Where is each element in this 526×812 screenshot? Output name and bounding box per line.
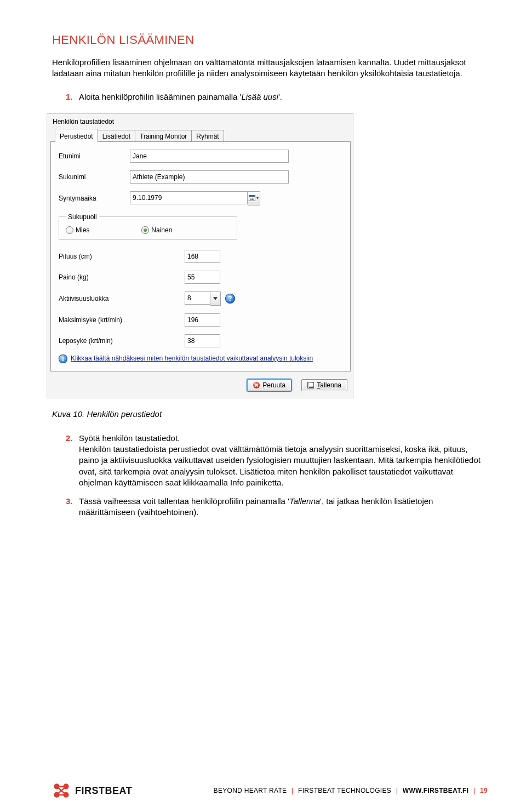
step-2-number: 2.: [66, 433, 73, 444]
save-button-label: Tallenna: [317, 381, 341, 389]
step-2-lead: Syötä henkilön taustatiedot.: [79, 433, 180, 443]
tab-training-monitor[interactable]: Training Monitor: [135, 130, 192, 142]
hrrest-input[interactable]: [185, 334, 220, 347]
dob-label: Syntymäaika: [59, 195, 130, 202]
help-icon[interactable]: ?: [225, 294, 235, 304]
footer-slogan: BEYOND HEART RATE: [214, 787, 287, 794]
logo-wordmark: FIRSTBEAT: [75, 785, 132, 797]
firstname-label: Etunimi: [59, 152, 130, 160]
radio-icon: [141, 226, 149, 234]
intro-paragraph: Henkilöprofiilien lisääminen ohjelmaan o…: [52, 57, 488, 79]
step-1-number: 1.: [66, 92, 73, 102]
info-icon: i: [59, 354, 67, 363]
tab-perustiedot[interactable]: Perustiedot: [55, 129, 98, 142]
chevron-down-icon: ▾: [256, 196, 259, 201]
step-1-text: Aloita henkilöprofiilin lisääminen paina…: [79, 92, 241, 101]
section-heading: HENKILÖN LISÄÄMINEN: [52, 33, 488, 47]
hrmax-label: Maksimisyke (krt/min): [59, 316, 185, 324]
save-button[interactable]: Tallenna: [301, 379, 347, 391]
activity-label: Aktiivisuusluokka: [59, 295, 185, 302]
gender-female-label: Nainen: [151, 226, 172, 234]
footer-text: BEYOND HEART RATE | FIRSTBEAT TECHNOLOGI…: [214, 787, 488, 794]
activity-dropdown-button[interactable]: [210, 291, 221, 306]
weight-label: Paino (kg): [59, 273, 185, 281]
dialog-title: Henkilön taustatiedot: [50, 116, 351, 129]
gender-legend: Sukupuoli: [66, 213, 99, 221]
logo-mark-icon: [52, 781, 71, 800]
hrrest-label: Leposyke (krt/min): [59, 337, 185, 345]
tab-lisatiedot[interactable]: Lisätiedot: [98, 130, 135, 142]
figure-caption: Kuva 10. Henkilön perustiedot: [52, 409, 488, 419]
radio-icon: [66, 226, 73, 234]
step-1-tail: '.: [278, 92, 282, 101]
calendar-icon: [249, 195, 255, 201]
height-input[interactable]: [185, 250, 220, 263]
dob-calendar-button[interactable]: ▾: [248, 191, 260, 205]
step-3: 3. Tässä vaiheessa voit tallentaa henkil…: [66, 496, 488, 518]
info-link[interactable]: Klikkaa täältä nähdäksesi miten henkilön…: [71, 354, 313, 363]
hrmax-input[interactable]: [185, 313, 220, 327]
gender-male-radio[interactable]: Mies: [66, 226, 89, 234]
footer-page-number: 19: [480, 787, 488, 794]
chevron-down-icon: [213, 297, 218, 300]
lastname-label: Sukunimi: [59, 173, 130, 181]
tab-panel-perustiedot: Etunimi Sukunimi Syntymäaika ▾: [50, 141, 351, 371]
dob-input[interactable]: [130, 191, 248, 204]
save-icon: [307, 382, 314, 388]
brand-logo: FIRSTBEAT: [52, 781, 132, 800]
footer-company: FIRSTBEAT TECHNOLOGIES: [298, 787, 391, 794]
step-3-button-name: Tallenna: [289, 496, 320, 506]
height-label: Pituus (cm): [59, 253, 185, 260]
gender-male-label: Mies: [76, 226, 89, 234]
person-background-dialog: Henkilön taustatiedot Perustiedot Lisäti…: [47, 113, 353, 398]
firstname-input[interactable]: [130, 150, 289, 163]
activity-select[interactable]: [185, 291, 210, 305]
tab-ryhmat[interactable]: Ryhmät: [191, 130, 224, 142]
gender-female-radio[interactable]: Nainen: [141, 226, 172, 234]
step-1-button-name: Lisää uusi: [241, 92, 278, 101]
step-2: 2. Syötä henkilön taustatiedot. Henkilön…: [66, 433, 488, 488]
weight-input[interactable]: [185, 271, 220, 284]
lastname-input[interactable]: [130, 170, 289, 184]
step-3-pre: Tässä vaiheessa voit tallentaa henkilöpr…: [79, 496, 289, 506]
dialog-tabs: Perustiedot Lisätiedot Training Monitor …: [55, 129, 351, 142]
step-1: 1. Aloita henkilöprofiilin lisääminen pa…: [66, 92, 488, 102]
cancel-button[interactable]: Peruuta: [247, 379, 291, 391]
footer-url: WWW.FIRSTBEAT.FI: [403, 787, 469, 794]
step-3-number: 3.: [66, 496, 73, 507]
gender-group: Sukupuoli Mies Nainen: [59, 213, 237, 240]
close-icon: [253, 382, 260, 388]
cancel-button-label: Peruuta: [262, 381, 285, 389]
step-2-body: Henkilön taustatiedoista perustiedot ova…: [79, 444, 481, 487]
